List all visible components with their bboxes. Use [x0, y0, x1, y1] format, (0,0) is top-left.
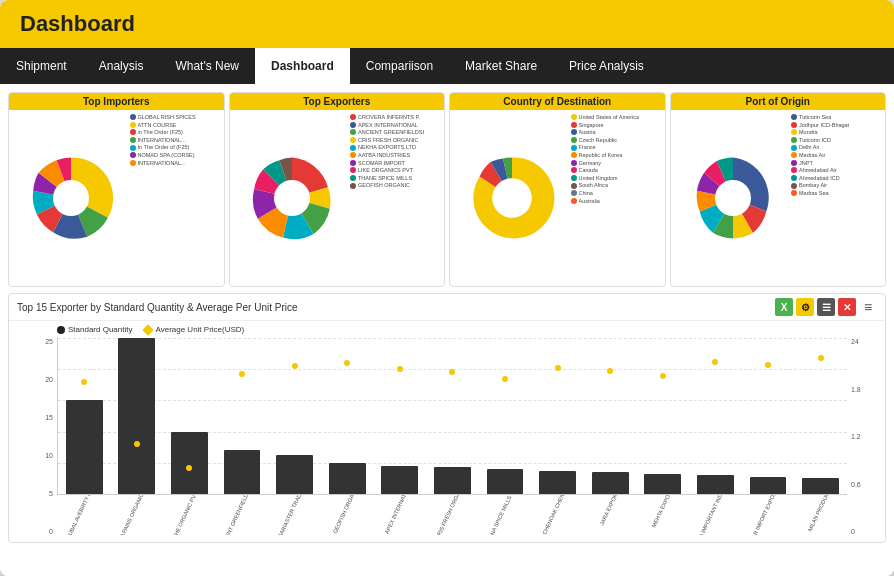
main-content: Top Importers [0, 84, 894, 576]
legend-dot [571, 152, 577, 158]
y-val-right: 24 [851, 338, 859, 345]
bottom-header: Top 15 Exporter by Standard Quantity & A… [9, 294, 885, 321]
bar-label: GEOFISH ORGANIC (GPHY) [331, 495, 367, 534]
legend-text: INTERNATIONAL... [138, 137, 186, 144]
legend-exporters: CROVERA INFERNTS P. APEX INTERNATIONAL A… [350, 114, 440, 282]
bar-label: MILAN PRODUCTS (GPHI) [806, 495, 840, 532]
legend-text: NEKHA EXPORTS LTD [358, 144, 416, 151]
legend-text: ATTN COURSE [138, 122, 177, 129]
nav-market-share[interactable]: Market Share [449, 48, 553, 84]
legend-item: AATBA INDUSTRIES [350, 152, 440, 159]
excel-button[interactable]: X [775, 298, 793, 316]
chart-body-exporters: CROVERA INFERNTS P. APEX INTERNATIONAL A… [230, 110, 445, 286]
y-val: 10 [45, 452, 53, 459]
price-dot [765, 362, 771, 368]
legend-item: Bombay Air [791, 182, 881, 189]
bar-group [637, 338, 690, 494]
legend-text: INTERNATIONAL... [138, 160, 186, 167]
bar-rect [644, 474, 681, 494]
chart-port-origin: Port of Origin [670, 92, 887, 287]
bar-rect [697, 475, 734, 494]
legend-price: Average Unit Price(USD) [144, 325, 244, 334]
legend-item: Republic of Korea [571, 152, 661, 159]
legend-dot [350, 152, 356, 158]
legend-item: Singapore [571, 122, 661, 129]
legend-text: Austria [579, 129, 596, 136]
legend-item: APEX INTERNATIONAL [350, 122, 440, 129]
chart-body-country: United States of America Singapore Austr… [450, 110, 665, 286]
bar-label: APEX INTERNATIONAL GHB [384, 495, 420, 535]
y-val-right: 1.2 [851, 433, 861, 440]
price-label: Average Unit Price(USD) [155, 325, 244, 334]
legend-dot [350, 160, 356, 166]
nav-whats-new[interactable]: What's New [159, 48, 255, 84]
price-dot [186, 465, 192, 471]
legend-text: SCOMAR IMPORT [358, 160, 405, 167]
bar-group [531, 338, 584, 494]
bar-rect [224, 450, 261, 494]
y-axis-right: 24 1.8 1.2 0.6 0 [847, 338, 877, 535]
bar-rect [539, 471, 576, 494]
price-dot [397, 366, 403, 372]
legend-item: Jodhpur ICD-Bhagat [791, 122, 881, 129]
bar-group [479, 338, 532, 494]
legend-dot [791, 129, 797, 135]
price-dot [344, 360, 350, 366]
legend-text: Mundra [799, 129, 818, 136]
price-dot [502, 376, 508, 382]
nav-shipment[interactable]: Shipment [0, 48, 83, 84]
chart-content: 25 20 15 10 5 0 [17, 338, 877, 535]
legend-dot [571, 145, 577, 151]
bar-label: AATBA IMPORTANT INDUSTRIES PVT LTD [692, 495, 741, 535]
legend-dot [791, 190, 797, 196]
legend-dot [350, 167, 356, 173]
bar-rect [118, 338, 155, 494]
bottom-tools: X ⚙ ☰ ✕ ≡ [775, 298, 877, 316]
bars-container [57, 338, 847, 495]
price-dot [660, 373, 666, 379]
legend-item: Madras Sea [791, 190, 881, 197]
legend-item: NOMAD SPA (CORSE) [130, 152, 220, 159]
nav-price-analysis[interactable]: Price Analysis [553, 48, 660, 84]
list-button[interactable]: ☰ [817, 298, 835, 316]
legend-item: France [571, 144, 661, 151]
legend-dot [350, 122, 356, 128]
chart-body-port: Tuticorin Sea Jodhpur ICD-Bhagat Mundra [671, 110, 886, 286]
close-button[interactable]: ✕ [838, 298, 856, 316]
bar-label: MEHTA EXPORTS (JIT) [650, 495, 680, 528]
bar-group [689, 338, 742, 494]
chart-legend: Standard Quantity Average Unit Price(USD… [17, 325, 877, 334]
y-val: 0 [49, 528, 53, 535]
y-val: 25 [45, 338, 53, 345]
menu-button[interactable]: ≡ [859, 298, 877, 316]
nav-dashboard[interactable]: Dashboard [255, 48, 350, 84]
chart-top-importers: Top Importers [8, 92, 225, 287]
legend-text: Jodhpur ICD-Bhagat [799, 122, 849, 129]
legend-importers: GLOBAL RISH SPICES ATTN COURSE in The Or… [130, 114, 220, 282]
legend-text: Republic of Korea [579, 152, 623, 159]
settings-button[interactable]: ⚙ [796, 298, 814, 316]
bar-rect [66, 400, 103, 494]
legend-item: THANE SPICE MILLS [350, 175, 440, 182]
legend-text: CRIS FRESH ORGANIC [358, 137, 419, 144]
legend-text: Singapore [579, 122, 604, 129]
legend-item: NEKHA EXPORTS LTD [350, 144, 440, 151]
pie-exporters [234, 114, 351, 282]
legend-item: SCOMAR IMPORT [350, 160, 440, 167]
bottom-section: Top 15 Exporter by Standard Quantity & A… [8, 293, 886, 543]
legend-item: Germany [571, 160, 661, 167]
legend-dot [791, 122, 797, 128]
bar-rect [592, 472, 629, 494]
bar-group [58, 338, 111, 494]
legend-text: CROVERA INFERNTS P. [358, 114, 420, 121]
legend-text: GEOFISH ORGANIC [358, 182, 410, 189]
chart-title-port: Port of Origin [671, 93, 886, 110]
legend-dot [791, 152, 797, 158]
nav-analysis[interactable]: Analysis [83, 48, 160, 84]
nav-comparison[interactable]: Compariison [350, 48, 449, 84]
chart-body-importers: GLOBAL RISH SPICES ATTN COURSE in The Or… [9, 110, 224, 286]
price-dot [818, 355, 824, 361]
charts-row: Top Importers [8, 92, 886, 287]
bar-label: ANCIENT GREENFIELDSI PVT LTD-PROD [219, 495, 268, 535]
legend-item: Tuticorin Sea [791, 114, 881, 121]
